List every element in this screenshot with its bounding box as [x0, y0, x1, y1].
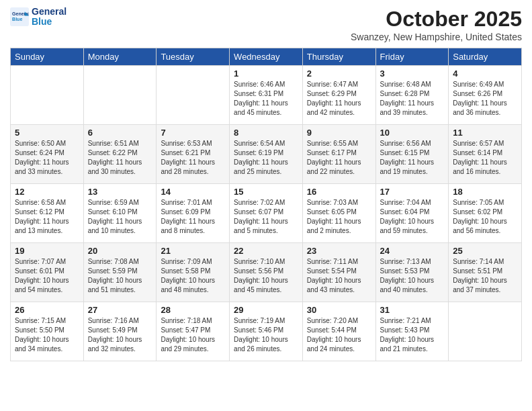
- day-info: Sunrise: 7:04 AMSunset: 6:04 PMDaylight:…: [380, 198, 445, 236]
- logo-text-general: General: [32, 7, 66, 17]
- day-number: 23: [307, 246, 371, 256]
- day-number: 6: [88, 128, 152, 138]
- day-number: 31: [380, 305, 445, 315]
- calendar-cell: 16Sunrise: 7:03 AMSunset: 6:05 PMDayligh…: [302, 184, 375, 243]
- calendar-cell: 7Sunrise: 6:53 AMSunset: 6:21 PMDaylight…: [157, 125, 230, 184]
- calendar-cell: 19Sunrise: 7:07 AMSunset: 6:01 PMDayligh…: [11, 243, 84, 302]
- day-info: Sunrise: 7:02 AMSunset: 6:07 PMDaylight:…: [234, 198, 298, 236]
- calendar-cell: 3Sunrise: 6:48 AMSunset: 6:28 PMDaylight…: [375, 66, 449, 125]
- day-info: Sunrise: 7:21 AMSunset: 5:43 PMDaylight:…: [380, 316, 445, 354]
- calendar-cell: 20Sunrise: 7:08 AMSunset: 5:59 PMDayligh…: [83, 243, 157, 302]
- calendar-cell: 14Sunrise: 7:01 AMSunset: 6:09 PMDayligh…: [157, 184, 230, 243]
- day-number: 22: [234, 246, 298, 256]
- day-number: 1: [234, 68, 298, 79]
- day-header-friday: Friday: [375, 48, 449, 66]
- logo: General Blue General Blue: [10, 7, 66, 28]
- day-info: Sunrise: 6:53 AMSunset: 6:21 PMDaylight:…: [161, 139, 225, 177]
- calendar-cell: 11Sunrise: 6:57 AMSunset: 6:14 PMDayligh…: [449, 125, 522, 184]
- calendar-cell: 2Sunrise: 6:47 AMSunset: 6:29 PMDaylight…: [302, 66, 375, 125]
- calendar-cell: 31Sunrise: 7:21 AMSunset: 5:43 PMDayligh…: [375, 302, 449, 361]
- day-number: 8: [234, 128, 298, 138]
- day-header-monday: Monday: [83, 48, 157, 66]
- day-number: 27: [88, 305, 152, 315]
- calendar-cell: 24Sunrise: 7:13 AMSunset: 5:53 PMDayligh…: [375, 243, 449, 302]
- day-number: 25: [453, 246, 517, 256]
- day-number: 3: [380, 68, 445, 79]
- day-info: Sunrise: 6:56 AMSunset: 6:15 PMDaylight:…: [380, 139, 445, 177]
- calendar-cell: 26Sunrise: 7:15 AMSunset: 5:50 PMDayligh…: [11, 302, 84, 361]
- day-number: 10: [380, 128, 445, 138]
- calendar-cell: [449, 302, 522, 361]
- week-row-2: 5Sunrise: 6:50 AMSunset: 6:24 PMDaylight…: [11, 125, 522, 184]
- calendar-cell: 29Sunrise: 7:19 AMSunset: 5:46 PMDayligh…: [230, 302, 303, 361]
- calendar-cell: [83, 66, 157, 125]
- calendar-cell: 18Sunrise: 7:05 AMSunset: 6:02 PMDayligh…: [449, 184, 522, 243]
- calendar-cell: 17Sunrise: 7:04 AMSunset: 6:04 PMDayligh…: [375, 184, 449, 243]
- month-title: October 2025: [351, 7, 522, 32]
- day-number: 2: [307, 68, 371, 79]
- day-number: 16: [307, 187, 371, 197]
- calendar-cell: 4Sunrise: 6:49 AMSunset: 6:26 PMDaylight…: [449, 66, 522, 125]
- calendar-cell: [157, 66, 230, 125]
- day-number: 13: [88, 187, 152, 197]
- day-info: Sunrise: 7:11 AMSunset: 5:54 PMDaylight:…: [307, 257, 371, 295]
- day-number: 28: [161, 305, 225, 315]
- calendar-cell: 13Sunrise: 6:59 AMSunset: 6:10 PMDayligh…: [83, 184, 157, 243]
- day-info: Sunrise: 7:13 AMSunset: 5:53 PMDaylight:…: [380, 257, 445, 295]
- day-info: Sunrise: 7:16 AMSunset: 5:49 PMDaylight:…: [88, 316, 152, 354]
- day-number: 20: [88, 246, 152, 256]
- calendar-cell: [11, 66, 84, 125]
- day-number: 19: [15, 246, 79, 256]
- calendar-cell: 21Sunrise: 7:09 AMSunset: 5:58 PMDayligh…: [157, 243, 230, 302]
- day-info: Sunrise: 6:50 AMSunset: 6:24 PMDaylight:…: [15, 139, 79, 177]
- calendar-table: SundayMondayTuesdayWednesdayThursdayFrid…: [10, 48, 522, 361]
- day-number: 4: [453, 68, 517, 79]
- week-row-1: 1Sunrise: 6:46 AMSunset: 6:31 PMDaylight…: [11, 66, 522, 125]
- day-number: 7: [161, 128, 225, 138]
- day-number: 24: [380, 246, 445, 256]
- day-info: Sunrise: 6:46 AMSunset: 6:31 PMDaylight:…: [234, 80, 298, 118]
- calendar-cell: 25Sunrise: 7:14 AMSunset: 5:51 PMDayligh…: [449, 243, 522, 302]
- location-title: Swanzey, New Hampshire, United States: [351, 32, 522, 42]
- calendar-cell: 9Sunrise: 6:55 AMSunset: 6:17 PMDaylight…: [302, 125, 375, 184]
- day-number: 18: [453, 187, 517, 197]
- calendar-cell: 5Sunrise: 6:50 AMSunset: 6:24 PMDaylight…: [11, 125, 84, 184]
- calendar-cell: 6Sunrise: 6:51 AMSunset: 6:22 PMDaylight…: [83, 125, 157, 184]
- day-info: Sunrise: 7:10 AMSunset: 5:56 PMDaylight:…: [234, 257, 298, 295]
- day-header-sunday: Sunday: [11, 48, 84, 66]
- day-info: Sunrise: 6:55 AMSunset: 6:17 PMDaylight:…: [307, 139, 371, 177]
- calendar-cell: 22Sunrise: 7:10 AMSunset: 5:56 PMDayligh…: [230, 243, 303, 302]
- day-info: Sunrise: 7:05 AMSunset: 6:02 PMDaylight:…: [453, 198, 517, 236]
- day-info: Sunrise: 6:54 AMSunset: 6:19 PMDaylight:…: [234, 139, 298, 177]
- calendar-cell: 8Sunrise: 6:54 AMSunset: 6:19 PMDaylight…: [230, 125, 303, 184]
- calendar-cell: 1Sunrise: 6:46 AMSunset: 6:31 PMDaylight…: [230, 66, 303, 125]
- page: General Blue General Blue October 2025 S…: [0, 0, 532, 411]
- day-number: 17: [380, 187, 445, 197]
- week-row-3: 12Sunrise: 6:58 AMSunset: 6:12 PMDayligh…: [11, 184, 522, 243]
- title-block: October 2025 Swanzey, New Hampshire, Uni…: [351, 7, 522, 42]
- day-info: Sunrise: 6:59 AMSunset: 6:10 PMDaylight:…: [88, 198, 152, 236]
- day-number: 30: [307, 305, 371, 315]
- day-info: Sunrise: 7:19 AMSunset: 5:46 PMDaylight:…: [234, 316, 298, 354]
- day-info: Sunrise: 6:49 AMSunset: 6:26 PMDaylight:…: [453, 80, 517, 118]
- calendar-cell: 12Sunrise: 6:58 AMSunset: 6:12 PMDayligh…: [11, 184, 84, 243]
- day-info: Sunrise: 7:03 AMSunset: 6:05 PMDaylight:…: [307, 198, 371, 236]
- day-info: Sunrise: 6:58 AMSunset: 6:12 PMDaylight:…: [15, 198, 79, 236]
- logo-text-blue: Blue: [32, 17, 66, 27]
- day-number: 29: [234, 305, 298, 315]
- day-number: 26: [15, 305, 79, 315]
- day-number: 12: [15, 187, 79, 197]
- day-info: Sunrise: 6:47 AMSunset: 6:29 PMDaylight:…: [307, 80, 371, 118]
- calendar-cell: 30Sunrise: 7:20 AMSunset: 5:44 PMDayligh…: [302, 302, 375, 361]
- header: General Blue General Blue October 2025 S…: [10, 7, 522, 42]
- day-header-saturday: Saturday: [449, 48, 522, 66]
- day-number: 5: [15, 128, 79, 138]
- day-info: Sunrise: 7:09 AMSunset: 5:58 PMDaylight:…: [161, 257, 225, 295]
- day-number: 11: [453, 128, 517, 138]
- calendar-cell: 15Sunrise: 7:02 AMSunset: 6:07 PMDayligh…: [230, 184, 303, 243]
- day-info: Sunrise: 7:14 AMSunset: 5:51 PMDaylight:…: [453, 257, 517, 295]
- day-number: 21: [161, 246, 225, 256]
- calendar-cell: 23Sunrise: 7:11 AMSunset: 5:54 PMDayligh…: [302, 243, 375, 302]
- day-info: Sunrise: 7:07 AMSunset: 6:01 PMDaylight:…: [15, 257, 79, 295]
- calendar-cell: 10Sunrise: 6:56 AMSunset: 6:15 PMDayligh…: [375, 125, 449, 184]
